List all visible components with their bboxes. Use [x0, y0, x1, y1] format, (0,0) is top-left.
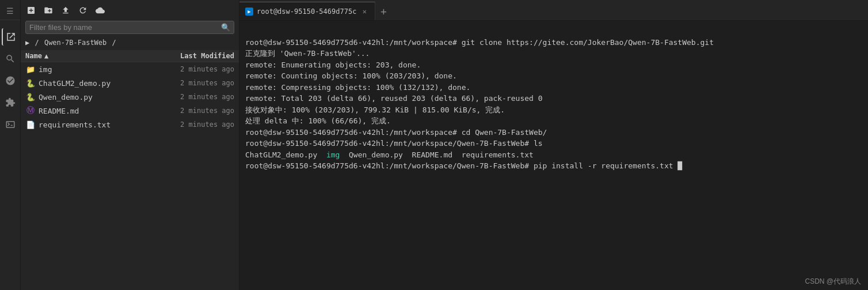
- col-name-header[interactable]: Name ▲: [25, 52, 159, 60]
- breadcrumb-sep2: /: [108, 39, 116, 47]
- list-item[interactable]: 📄 requirements.txt 2 minutes ago: [21, 118, 239, 131]
- breadcrumb-arrow: ▶: [25, 39, 29, 47]
- activity-bar-top: ☰: [0, 2, 20, 20]
- explorer-panel: 🔍 ▶ / Qwen-7B-FastWeb / Name ▲ Last Modi…: [21, 0, 239, 290]
- new-folder-icon[interactable]: [41, 3, 55, 17]
- term-line-10: root@dsw-95150-5469d775d6-v42hl:/mnt/wor…: [245, 139, 543, 148]
- term-line-1: root@dsw-95150-5469d775d6-v42hl:/mnt/wor…: [245, 38, 714, 47]
- file-name: ChatGLM2_demo.py: [39, 79, 159, 88]
- file-modified: 2 minutes ago: [159, 93, 234, 101]
- new-file-icon[interactable]: [24, 3, 38, 17]
- tab-label: root@dsw-95150-5469d775c: [257, 7, 356, 16]
- add-tab-button[interactable]: +: [375, 2, 391, 20]
- sidebar-icons: [2, 24, 19, 133]
- list-item[interactable]: 📁 img 2 minutes ago: [21, 62, 239, 76]
- terminal-tab[interactable]: ▶ root@dsw-95150-5469d775c ✕: [239, 2, 375, 20]
- list-item[interactable]: 🐍 ChatGLM2_demo.py 2 minutes ago: [21, 76, 239, 90]
- terminal-tabs: ▶ root@dsw-95150-5469d775c ✕ +: [239, 0, 868, 21]
- search-icon[interactable]: 🔍: [221, 23, 230, 32]
- term-line-11: ChatGLM2_demo.py img Qwen_demo.py README…: [245, 150, 534, 159]
- python-icon: 🐍: [25, 92, 36, 102]
- breadcrumb-sep1: /: [31, 39, 43, 47]
- git-icon[interactable]: [2, 72, 19, 89]
- breadcrumb: ▶ / Qwen-7B-FastWeb /: [21, 37, 239, 50]
- extensions-icon[interactable]: [2, 94, 19, 111]
- python-icon: 🐍: [25, 78, 36, 88]
- file-modified: 2 minutes ago: [159, 79, 234, 87]
- list-item[interactable]: Ⓜ README.md 2 minutes ago: [21, 104, 239, 118]
- file-name: Qwen_demo.py: [39, 93, 159, 101]
- terminal-area: ▶ root@dsw-95150-5469d775c ✕ + root@dsw-…: [239, 0, 868, 290]
- term-line-5: remote: Compressing objects: 100% (132/1…: [245, 83, 470, 92]
- upload-icon[interactable]: [59, 3, 73, 17]
- explorer-toolbar: [21, 0, 239, 21]
- list-item[interactable]: 🐍 Qwen_demo.py 2 minutes ago: [21, 90, 239, 104]
- search-input[interactable]: [29, 23, 221, 32]
- file-name: README.md: [39, 107, 159, 115]
- term-line-6: remote: Total 203 (delta 66), reused 203…: [245, 94, 543, 103]
- refresh-icon[interactable]: [76, 3, 90, 17]
- term-line-7: 接收对象中: 100% (203/203), 799.32 KiB | 815.…: [245, 106, 505, 114]
- term-line-9: root@dsw-95150-5469d775d6-v42hl:/mnt/wor…: [245, 128, 547, 137]
- search-bar: 🔍: [25, 21, 234, 34]
- menu-icon[interactable]: ☰: [4, 5, 17, 17]
- file-name: requirements.txt: [39, 120, 159, 129]
- term-line-4: remote: Counting objects: 100% (203/203)…: [245, 71, 457, 80]
- terminal-content[interactable]: root@dsw-95150-5469d775d6-v42hl:/mnt/wor…: [239, 21, 868, 290]
- activity-bar: ☰: [0, 0, 21, 290]
- term-line-12: root@dsw-95150-5469d775d6-v42hl:/mnt/wor…: [245, 161, 682, 170]
- term-line-3: remote: Enumerating objects: 203, done.: [245, 61, 421, 69]
- term-line-2: 正克隆到 'Qwen-7B-FastWeb'...: [245, 49, 370, 58]
- col-modified-header: Last Modified: [159, 52, 234, 60]
- sort-icon: ▲: [44, 52, 48, 60]
- watermark: CSDN @代码浪人: [805, 277, 861, 287]
- file-modified: 2 minutes ago: [159, 107, 234, 115]
- cloud-icon[interactable]: [93, 3, 107, 17]
- file-name: img: [39, 65, 159, 74]
- file-modified: 2 minutes ago: [159, 120, 234, 129]
- breadcrumb-folder[interactable]: Qwen-7B-FastWeb: [44, 39, 106, 47]
- search-sidebar-icon[interactable]: [2, 50, 19, 67]
- close-tab-button[interactable]: ✕: [360, 7, 369, 16]
- markdown-icon: Ⓜ: [25, 106, 36, 116]
- file-list-header: Name ▲ Last Modified: [21, 50, 239, 62]
- folder-icon: 📁: [25, 64, 36, 74]
- term-line-8: 处理 delta 中: 100% (66/66), 完成.: [245, 116, 391, 125]
- explorer-icon[interactable]: [2, 28, 19, 46]
- tab-icon: ▶: [245, 7, 253, 16]
- file-list: 📁 img 2 minutes ago 🐍 ChatGLM2_demo.py 2…: [21, 62, 239, 290]
- terminal-sidebar-icon[interactable]: [2, 116, 19, 133]
- file-modified: 2 minutes ago: [159, 65, 234, 73]
- text-file-icon: 📄: [25, 119, 36, 130]
